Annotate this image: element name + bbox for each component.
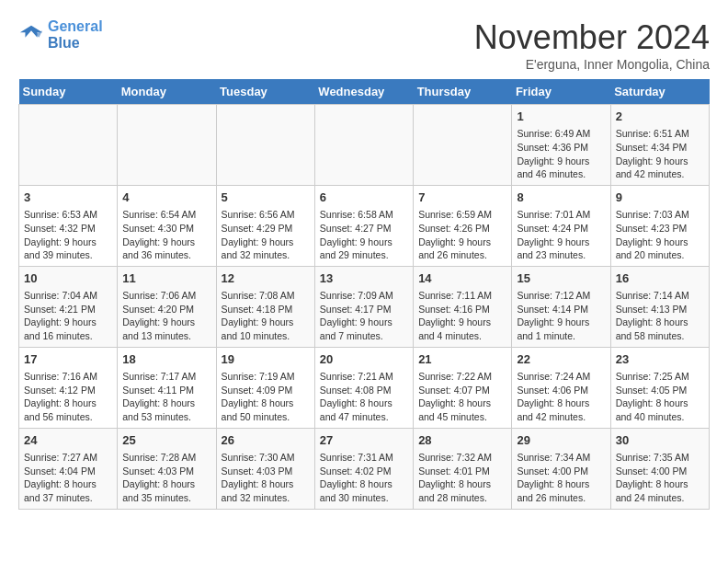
- logo-text: General Blue: [48, 18, 103, 51]
- day-info: Sunrise: 6:54 AM Sunset: 4:30 PM Dayligh…: [122, 208, 210, 262]
- day-info: Sunrise: 7:21 AM Sunset: 4:08 PM Dayligh…: [320, 370, 408, 424]
- day-number: 5: [222, 190, 310, 206]
- day-info: Sunrise: 7:09 AM Sunset: 4:17 PM Dayligh…: [320, 289, 408, 343]
- day-info: Sunrise: 7:25 AM Sunset: 4:05 PM Dayligh…: [616, 370, 704, 424]
- calendar-cell: 21Sunrise: 7:22 AM Sunset: 4:07 PM Dayli…: [414, 347, 512, 428]
- calendar-cell: 26Sunrise: 7:30 AM Sunset: 4:03 PM Dayli…: [216, 428, 314, 509]
- day-number: 4: [122, 190, 210, 206]
- calendar-cell: [19, 105, 118, 186]
- day-info: Sunrise: 7:22 AM Sunset: 4:07 PM Dayligh…: [418, 370, 506, 424]
- calendar-week-row: 10Sunrise: 7:04 AM Sunset: 4:21 PM Dayli…: [19, 266, 710, 347]
- day-info: Sunrise: 7:24 AM Sunset: 4:06 PM Dayligh…: [517, 370, 605, 424]
- day-number: 18: [122, 351, 210, 368]
- day-info: Sunrise: 6:53 AM Sunset: 4:32 PM Dayligh…: [24, 208, 112, 262]
- day-info: Sunrise: 7:14 AM Sunset: 4:13 PM Dayligh…: [616, 289, 704, 343]
- day-number: 16: [616, 270, 704, 287]
- calendar-cell: 27Sunrise: 7:31 AM Sunset: 4:02 PM Dayli…: [314, 428, 413, 509]
- day-number: 12: [222, 270, 310, 287]
- calendar-cell: 22Sunrise: 7:24 AM Sunset: 4:06 PM Dayli…: [512, 347, 610, 428]
- day-number: 17: [24, 351, 112, 368]
- calendar-cell: 10Sunrise: 7:04 AM Sunset: 4:21 PM Dayli…: [19, 266, 118, 347]
- day-number: 26: [222, 432, 310, 449]
- calendar-cell: [216, 105, 314, 186]
- column-header-sunday: Sunday: [19, 79, 118, 105]
- calendar-cell: 2Sunrise: 6:51 AM Sunset: 4:34 PM Daylig…: [610, 105, 709, 186]
- day-info: Sunrise: 7:31 AM Sunset: 4:02 PM Dayligh…: [320, 451, 408, 505]
- day-info: Sunrise: 6:58 AM Sunset: 4:27 PM Dayligh…: [320, 208, 408, 262]
- day-number: 2: [616, 109, 704, 125]
- day-number: 19: [222, 351, 310, 368]
- day-info: Sunrise: 7:11 AM Sunset: 4:16 PM Dayligh…: [418, 289, 506, 343]
- column-header-thursday: Thursday: [414, 79, 512, 105]
- calendar-cell: 20Sunrise: 7:21 AM Sunset: 4:08 PM Dayli…: [314, 347, 413, 428]
- day-number: 29: [517, 432, 605, 449]
- day-number: 21: [418, 351, 506, 368]
- day-info: Sunrise: 7:35 AM Sunset: 4:00 PM Dayligh…: [616, 451, 704, 505]
- day-number: 22: [517, 351, 605, 368]
- calendar-week-row: 24Sunrise: 7:27 AM Sunset: 4:04 PM Dayli…: [19, 428, 710, 509]
- calendar-cell: 16Sunrise: 7:14 AM Sunset: 4:13 PM Dayli…: [610, 266, 709, 347]
- calendar-cell: 18Sunrise: 7:17 AM Sunset: 4:11 PM Dayli…: [118, 347, 216, 428]
- column-header-monday: Monday: [118, 79, 216, 105]
- calendar-cell: 29Sunrise: 7:34 AM Sunset: 4:00 PM Dayli…: [512, 428, 610, 509]
- calendar-week-row: 1Sunrise: 6:49 AM Sunset: 4:36 PM Daylig…: [19, 105, 710, 186]
- month-title: November 2024: [474, 18, 710, 57]
- day-number: 9: [616, 190, 704, 206]
- day-number: 1: [517, 109, 605, 125]
- calendar-cell: 19Sunrise: 7:19 AM Sunset: 4:09 PM Dayli…: [216, 347, 314, 428]
- day-info: Sunrise: 7:30 AM Sunset: 4:03 PM Dayligh…: [222, 451, 310, 505]
- calendar-cell: 3Sunrise: 6:53 AM Sunset: 4:32 PM Daylig…: [19, 185, 118, 266]
- day-info: Sunrise: 7:34 AM Sunset: 4:00 PM Dayligh…: [517, 451, 605, 505]
- day-info: Sunrise: 6:51 AM Sunset: 4:34 PM Dayligh…: [616, 127, 704, 181]
- day-info: Sunrise: 6:56 AM Sunset: 4:29 PM Dayligh…: [222, 208, 310, 262]
- page-header: General Blue November 2024 E'erguna, Inn…: [18, 18, 710, 72]
- day-info: Sunrise: 6:59 AM Sunset: 4:26 PM Dayligh…: [418, 208, 506, 262]
- location-subtitle: E'erguna, Inner Mongolia, China: [474, 57, 710, 72]
- day-number: 10: [24, 270, 112, 287]
- calendar-cell: 11Sunrise: 7:06 AM Sunset: 4:20 PM Dayli…: [118, 266, 216, 347]
- calendar-cell: 23Sunrise: 7:25 AM Sunset: 4:05 PM Dayli…: [610, 347, 709, 428]
- calendar-cell: 17Sunrise: 7:16 AM Sunset: 4:12 PM Dayli…: [19, 347, 118, 428]
- day-info: Sunrise: 6:49 AM Sunset: 4:36 PM Dayligh…: [517, 127, 605, 181]
- day-number: 6: [320, 190, 408, 206]
- calendar-table: SundayMondayTuesdayWednesdayThursdayFrid…: [18, 79, 710, 510]
- day-number: 15: [517, 270, 605, 287]
- column-header-saturday: Saturday: [610, 79, 709, 105]
- calendar-cell: 5Sunrise: 6:56 AM Sunset: 4:29 PM Daylig…: [216, 185, 314, 266]
- day-info: Sunrise: 7:32 AM Sunset: 4:01 PM Dayligh…: [418, 451, 506, 505]
- calendar-cell: 12Sunrise: 7:08 AM Sunset: 4:18 PM Dayli…: [216, 266, 314, 347]
- calendar-cell: 15Sunrise: 7:12 AM Sunset: 4:14 PM Dayli…: [512, 266, 610, 347]
- calendar-cell: [118, 105, 216, 186]
- logo-icon: [18, 22, 44, 48]
- day-number: 24: [24, 432, 112, 449]
- calendar-cell: 24Sunrise: 7:27 AM Sunset: 4:04 PM Dayli…: [19, 428, 118, 509]
- calendar-cell: 28Sunrise: 7:32 AM Sunset: 4:01 PM Dayli…: [414, 428, 512, 509]
- day-info: Sunrise: 7:06 AM Sunset: 4:20 PM Dayligh…: [122, 289, 210, 343]
- calendar-cell: [414, 105, 512, 186]
- column-header-wednesday: Wednesday: [314, 79, 413, 105]
- day-info: Sunrise: 7:27 AM Sunset: 4:04 PM Dayligh…: [24, 451, 112, 505]
- day-number: 7: [418, 190, 506, 206]
- day-number: 20: [320, 351, 408, 368]
- calendar-cell: 1Sunrise: 6:49 AM Sunset: 4:36 PM Daylig…: [512, 105, 610, 186]
- calendar-week-row: 3Sunrise: 6:53 AM Sunset: 4:32 PM Daylig…: [19, 185, 710, 266]
- calendar-week-row: 17Sunrise: 7:16 AM Sunset: 4:12 PM Dayli…: [19, 347, 710, 428]
- title-block: November 2024 E'erguna, Inner Mongolia, …: [474, 18, 710, 72]
- calendar-cell: 13Sunrise: 7:09 AM Sunset: 4:17 PM Dayli…: [314, 266, 413, 347]
- calendar-cell: [314, 105, 413, 186]
- day-number: 27: [320, 432, 408, 449]
- calendar-cell: 6Sunrise: 6:58 AM Sunset: 4:27 PM Daylig…: [314, 185, 413, 266]
- day-number: 3: [24, 190, 112, 206]
- calendar-header-row: SundayMondayTuesdayWednesdayThursdayFrid…: [19, 79, 710, 105]
- day-number: 23: [616, 351, 704, 368]
- day-info: Sunrise: 7:08 AM Sunset: 4:18 PM Dayligh…: [222, 289, 310, 343]
- logo: General Blue: [18, 18, 103, 51]
- day-number: 8: [517, 190, 605, 206]
- day-info: Sunrise: 7:28 AM Sunset: 4:03 PM Dayligh…: [122, 451, 210, 505]
- calendar-cell: 4Sunrise: 6:54 AM Sunset: 4:30 PM Daylig…: [118, 185, 216, 266]
- calendar-cell: 25Sunrise: 7:28 AM Sunset: 4:03 PM Dayli…: [118, 428, 216, 509]
- day-number: 11: [122, 270, 210, 287]
- day-info: Sunrise: 7:01 AM Sunset: 4:24 PM Dayligh…: [517, 208, 605, 262]
- calendar-cell: 14Sunrise: 7:11 AM Sunset: 4:16 PM Dayli…: [414, 266, 512, 347]
- day-number: 30: [616, 432, 704, 449]
